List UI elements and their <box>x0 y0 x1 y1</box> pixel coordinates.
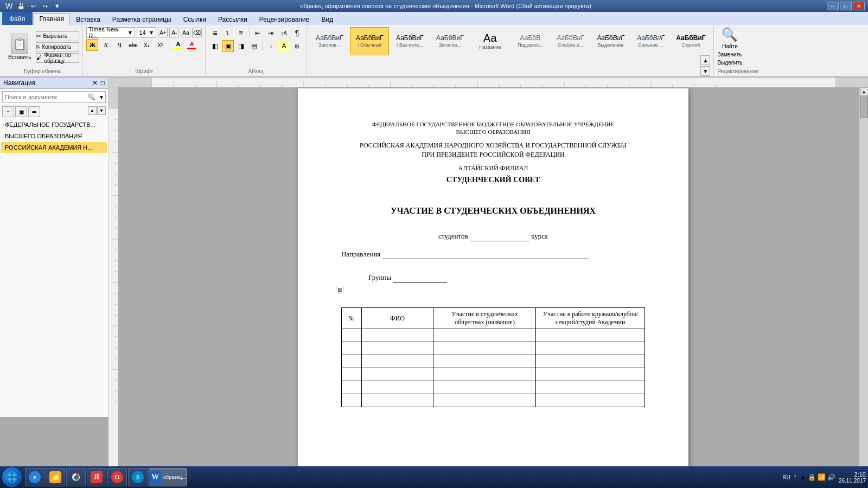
tab-file[interactable]: Файл <box>2 12 33 25</box>
org-name2: ПРИ ПРЕЗИДЕНТЕ РОССИЙСКОЙ ФЕДЕРАЦИИ <box>341 151 645 159</box>
close-button[interactable]: ✕ <box>853 2 865 10</box>
show-formatting-button[interactable]: ¶ <box>291 27 303 39</box>
increase-indent-button[interactable]: ⇥ <box>265 27 277 39</box>
numbering-button[interactable]: 1. <box>222 27 234 39</box>
font-name-selector[interactable]: Times New R... ▼ <box>86 27 135 38</box>
line-spacing-button[interactable]: ↕ <box>265 40 277 52</box>
align-left-button[interactable]: ◧ <box>209 40 221 52</box>
customize-qat-button[interactable]: ▼ <box>52 1 62 11</box>
taskbar-ie-button[interactable]: e <box>25 468 44 486</box>
styles-scroll-up[interactable]: ▲ <box>700 55 710 65</box>
nav-item-0[interactable]: ФЕДЕРАЛЬНОЕ ГОСУДАРСТВ... <box>1 119 107 130</box>
nav-expand-button[interactable]: □ <box>101 79 105 87</box>
replace-button[interactable]: Заменить <box>717 52 742 57</box>
taskbar-explorer-button[interactable]: 📁 <box>46 468 65 486</box>
style-subtle-em[interactable]: АаБбВиГ Слабое в... <box>551 27 590 55</box>
style-strong[interactable]: АаБбВиГ Строгий <box>671 27 710 55</box>
find-button[interactable]: 🔍 Найти <box>717 27 742 49</box>
subscript-button[interactable]: X₂ <box>141 39 152 51</box>
copy-button[interactable]: ⎘Копировать <box>36 42 79 52</box>
window-controls[interactable]: ─ □ ✕ <box>827 2 865 10</box>
quick-access-toolbar[interactable]: W 💾 ↩ ↪ ▼ <box>3 1 65 11</box>
nav-item-1[interactable]: ВЫСШЕГО ОБРАЗОВАНИЯ <box>1 131 107 142</box>
italic-button[interactable]: К <box>100 39 112 51</box>
superscript-button[interactable]: X² <box>154 39 166 51</box>
justify-button[interactable]: ▤ <box>248 40 260 52</box>
tab-review[interactable]: Рецензирование <box>253 13 316 25</box>
document-area[interactable]: ФЕДЕРАЛЬНОЕ ГОСУДАРСТВЕННОЕ БЮДЖЕТНОЕ ОБ… <box>108 78 868 475</box>
taskbar-chrome-button[interactable] <box>66 468 86 486</box>
nav-view-buttons[interactable]: ≡ ▣ ≔ ▲ ▼ <box>0 105 108 118</box>
underline-button[interactable]: Ч <box>113 39 125 51</box>
tray-lang: RU <box>782 474 790 480</box>
taskbar-skype-button[interactable]: S <box>128 468 148 486</box>
nav-prev-button[interactable]: ▲ <box>88 106 97 115</box>
style-emphasis[interactable]: АаБбВиГ Выделение <box>591 27 630 55</box>
bold-button[interactable]: Ж <box>86 39 98 51</box>
search-icon[interactable]: 🔍 <box>85 93 98 101</box>
style-subtitle[interactable]: АаБбВ Подзагол... <box>510 27 550 55</box>
style-heading2[interactable]: АаБбВиГ Заголов... <box>430 27 469 55</box>
sort-button[interactable]: ↕A <box>278 27 290 39</box>
align-center-button[interactable]: ▣ <box>222 40 234 52</box>
nav-item-2[interactable]: РОССИЙСКАЯ АКАДЕМИЯ Н... <box>1 142 107 153</box>
nav-headings-view[interactable]: ≡ <box>2 106 14 117</box>
tab-home[interactable]: Главная <box>34 13 71 25</box>
undo-button[interactable]: ↩ <box>28 1 39 11</box>
decrease-indent-button[interactable]: ⇤ <box>252 27 264 39</box>
scroll-thumb[interactable] <box>860 97 868 118</box>
styles-scroll-down[interactable]: ▼ <box>700 66 710 76</box>
select-button[interactable]: Выделить <box>717 60 742 66</box>
taskbar-yandex-button[interactable]: Я <box>87 468 106 486</box>
font-grow-button[interactable]: A+ <box>158 28 168 37</box>
nav-results-view[interactable]: ≔ <box>28 106 40 117</box>
ribbon-tabs[interactable]: Файл Главная Вставка Разметка страницы С… <box>0 12 868 25</box>
vertical-scrollbar[interactable]: ▲ ▼ <box>859 87 868 475</box>
font-size-selector[interactable]: 14 ▼ <box>137 27 156 38</box>
font-controls[interactable]: Times New R... ▼ 14 ▼ A+ A- Аа ⌫ Ж К Ч a… <box>86 27 202 51</box>
taskbar-word-button[interactable]: W образец... <box>149 468 187 486</box>
scroll-track[interactable] <box>860 96 869 466</box>
multilevel-list-button[interactable]: ≣ <box>235 27 247 39</box>
tab-references[interactable]: Ссылки <box>177 13 212 25</box>
search-input[interactable] <box>3 93 85 101</box>
bullets-button[interactable]: ≡ <box>209 27 221 39</box>
style-title[interactable]: Аа Название <box>470 27 509 55</box>
tab-mailings[interactable]: Рассылки <box>212 13 253 25</box>
style-normal[interactable]: АаБбВиГ ! Обычный <box>350 27 389 55</box>
text-highlight-button[interactable]: А <box>172 39 184 51</box>
strikethrough-button[interactable]: abc <box>127 39 139 51</box>
paste-button[interactable]: 📋 Вставить <box>5 32 34 62</box>
maximize-button[interactable]: □ <box>840 2 852 10</box>
table-cross-button[interactable]: ⊞ <box>336 286 343 293</box>
clear-format-button[interactable]: ⌫ <box>192 28 202 37</box>
tab-page-layout[interactable]: Разметка страницы <box>106 13 177 25</box>
taskbar-opera-button[interactable]: O <box>107 468 127 486</box>
style-heading1[interactable]: АаБбВиГ Заголов... <box>310 27 349 55</box>
font-shrink-button[interactable]: A- <box>169 28 179 37</box>
align-right-button[interactable]: ◨ <box>235 40 247 52</box>
format-painter-button[interactable]: 🖌Формат по образцу <box>36 53 79 63</box>
clipboard-controls[interactable]: 📋 Вставить ✂Вырезать ⎘Копировать 🖌Формат… <box>5 27 79 67</box>
minimize-button[interactable]: ─ <box>827 2 839 10</box>
styles-gallery[interactable]: АаБбВиГ Заголов... АаБбВиГ ! Обычный АаБ… <box>310 27 710 55</box>
tab-view[interactable]: Вид <box>315 13 339 25</box>
save-button[interactable]: 💾 <box>16 1 27 11</box>
nav-pages-view[interactable]: ▣ <box>15 106 27 117</box>
search-dropdown-icon[interactable]: ▼ <box>98 94 105 100</box>
shading-button[interactable]: A <box>278 40 290 52</box>
cut-button[interactable]: ✂Вырезать <box>36 31 79 41</box>
font-color-button[interactable]: А <box>186 39 197 51</box>
tab-insert[interactable]: Вставка <box>70 13 106 25</box>
nav-close-button[interactable]: ✕ <box>92 79 98 87</box>
font-dialog-button[interactable]: Аа <box>181 28 190 37</box>
style-intense-em[interactable]: АаБбВиГ Сильное ... <box>631 27 670 55</box>
style-no-spacing[interactable]: АаБбВиГ ! Без инте... <box>390 27 429 55</box>
search-box[interactable]: 🔍 ▼ <box>2 91 106 103</box>
nav-next-button[interactable]: ▼ <box>97 106 106 115</box>
start-button[interactable] <box>2 467 22 487</box>
redo-button[interactable]: ↪ <box>40 1 50 11</box>
scroll-up-button[interactable]: ▲ <box>860 87 869 96</box>
tray-help-icon[interactable]: ? <box>794 473 796 481</box>
borders-button[interactable]: ⊞ <box>291 40 303 52</box>
